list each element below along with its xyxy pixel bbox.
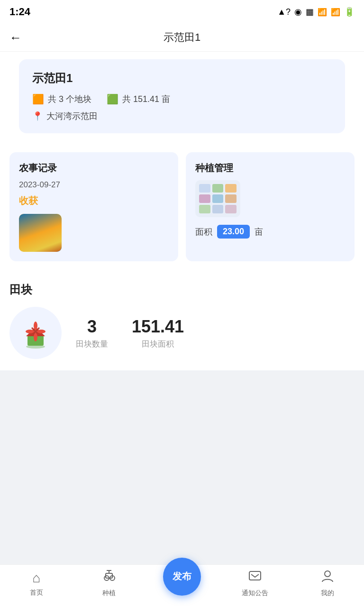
agriculture-record-card[interactable]: 农事记录 2023-09-27 收获 (9, 152, 178, 261)
field-section: 田块 (0, 271, 364, 370)
svg-point-16 (325, 571, 330, 577)
area-label-text: 面积 (195, 226, 212, 238)
svg-rect-15 (249, 571, 261, 580)
svg-point-6 (26, 330, 34, 333)
nav-item-notice[interactable]: 通知公告 (218, 570, 291, 598)
header: ← 示范田1 (0, 24, 364, 52)
mine-icon (321, 570, 334, 586)
wifi-icon: ▲? (277, 7, 291, 17)
notice-icon (248, 570, 262, 586)
planting-icon-1 (199, 184, 210, 193)
plots-label: 共 3 个地块 (48, 93, 91, 105)
nav-item-home[interactable]: ⌂ 首页 (0, 570, 73, 597)
planting-icon-8 (212, 205, 224, 213)
signal-icon: 📶 (331, 8, 340, 17)
planting-management-card[interactable]: 种植管理 面积 (186, 152, 355, 261)
area-label: 共 151.41 亩 (122, 93, 170, 105)
farm-info-section: 示范田1 🟧 共 3 个地块 🟩 共 151.41 亩 📍 大河湾示范田 (0, 52, 364, 143)
svg-point-3 (34, 322, 37, 330)
status-bar: 1:24 ▲? ◉ ▦ 📶 📶 🔋 (0, 0, 364, 24)
nav-item-publish[interactable]: 发布 (146, 572, 218, 596)
location-icon: 📍 (32, 111, 43, 121)
svg-point-5 (34, 333, 37, 341)
area-stat: 🟩 共 151.41 亩 (107, 93, 170, 105)
field-section-title: 田块 (9, 282, 355, 297)
wifi-x-icon: 📶 (318, 8, 327, 17)
planting-icon-9 (225, 205, 237, 213)
planting-icon-3 (225, 184, 237, 193)
publish-button[interactable]: 发布 (163, 558, 201, 596)
field-plot-area-label: 田块面积 (132, 339, 184, 349)
nav-label-planting: 种植 (102, 589, 116, 598)
planting-icon-6 (225, 194, 237, 203)
farm-name: 示范田1 (32, 71, 332, 86)
planting-title: 种植管理 (195, 162, 345, 175)
records-grid: 农事记录 2023-09-27 收获 种植管理 (9, 152, 355, 261)
field-plot-count-num: 3 (76, 317, 108, 337)
plots-stat: 🟧 共 3 个地块 (32, 93, 91, 105)
back-button[interactable]: ← (9, 30, 22, 45)
farm-info-card: 示范田1 🟧 共 3 个地块 🟩 共 151.41 亩 📍 大河湾示范田 (19, 59, 345, 133)
bottom-nav: ⌂ 首页 种植 发布 通知公告 (0, 564, 364, 607)
record-image (19, 214, 62, 252)
status-icons: ▲? ◉ ▦ 📶 📶 🔋 (277, 7, 355, 17)
field-icon-circle (9, 307, 62, 359)
svg-point-9 (26, 345, 45, 349)
windmill-icon (19, 316, 52, 349)
sim-icon: ▦ (306, 7, 314, 17)
area-unit: 亩 (255, 226, 263, 238)
field-row: 3 田块数量 151.41 田块面积 (9, 307, 355, 359)
record-image-inner (19, 214, 62, 252)
field-plot-count: 3 田块数量 (76, 317, 108, 349)
svg-point-4 (37, 330, 46, 333)
nav-label-home: 首页 (30, 589, 43, 597)
battery-icon: 🔋 (344, 7, 355, 17)
planting-icons-area (195, 180, 240, 217)
nav-label-mine: 我的 (321, 589, 334, 598)
area-badge: 23.00 (217, 225, 250, 239)
records-section: 农事记录 2023-09-27 收获 种植管理 (0, 143, 364, 271)
nav-item-mine[interactable]: 我的 (291, 570, 364, 598)
record-tag: 收获 (19, 194, 169, 207)
record-title: 农事记录 (19, 162, 169, 175)
field-plot-area-num: 151.41 (132, 317, 184, 337)
planting-icons-grid (199, 184, 237, 213)
planting-icon-5 (212, 194, 224, 203)
plots-icon: 🟧 (32, 93, 44, 105)
status-time: 1:24 (9, 6, 30, 18)
area-icon: 🟩 (107, 93, 118, 105)
page-title: 示范田1 (164, 30, 200, 45)
profile-icon: ◉ (294, 7, 302, 17)
home-icon: ⌂ (32, 570, 40, 586)
planting-icon-4 (199, 194, 210, 203)
field-plot-area: 151.41 田块面积 (132, 317, 184, 349)
farm-stats: 🟧 共 3 个地块 🟩 共 151.41 亩 (32, 93, 332, 105)
field-plot-count-label: 田块数量 (76, 339, 108, 349)
field-stats: 3 田块数量 151.41 田块面积 (76, 317, 184, 349)
planting-area-row: 面积 23.00 亩 (195, 225, 345, 239)
nav-label-notice: 通知公告 (242, 589, 268, 598)
publish-label: 发布 (173, 570, 191, 583)
record-date: 2023-09-27 (19, 180, 169, 190)
location-text: 大河湾示范田 (46, 110, 98, 122)
planting-icon-2 (212, 184, 224, 193)
planting-icon (102, 570, 116, 586)
location-row: 📍 大河湾示范田 (32, 110, 332, 122)
nav-item-planting[interactable]: 种植 (73, 570, 146, 598)
main-content: 示范田1 🟧 共 3 个地块 🟩 共 151.41 亩 📍 大河湾示范田 (0, 52, 364, 418)
planting-icon-7 (199, 205, 210, 213)
